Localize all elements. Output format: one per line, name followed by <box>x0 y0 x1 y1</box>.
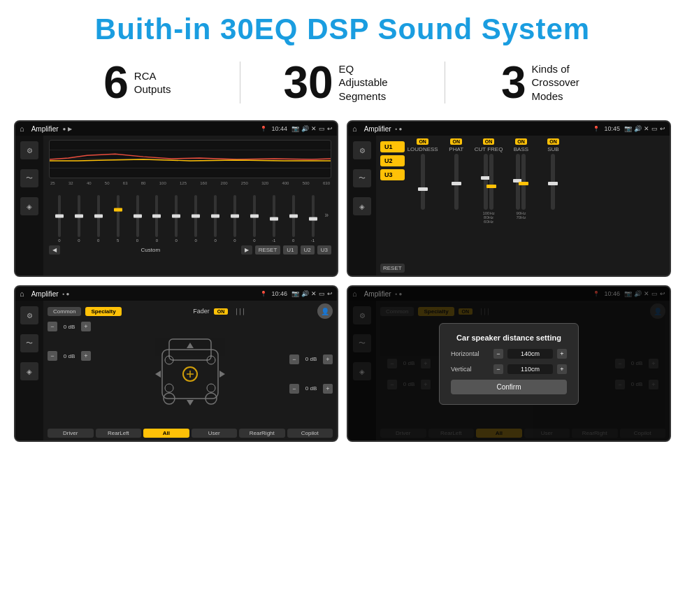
dialog-horizontal-plus[interactable]: + <box>557 349 567 359</box>
dsp-pin-icon: 📍 <box>593 126 600 132</box>
eq-u1-btn[interactable]: U1 <box>283 245 297 255</box>
cutfreq-slider-f[interactable] <box>484 154 488 210</box>
db4-plus-btn[interactable]: + <box>323 384 333 394</box>
fader-copilot-btn[interactable]: Copilot <box>287 429 333 438</box>
fader-tab-specialty[interactable]: Specialty <box>85 307 121 316</box>
fader-user-btn[interactable]: User <box>192 429 238 438</box>
fader-sidebar: ⚙ 〜 ◈ <box>15 301 43 440</box>
eq-sidebar-btn-1[interactable]: ⚙ <box>20 141 38 159</box>
dsp-preset-u1[interactable]: U1 <box>380 141 405 152</box>
phat-slider[interactable] <box>454 154 459 210</box>
cutfreq-label: CUT FREQ <box>475 146 503 152</box>
dsp-preset-u3[interactable]: U3 <box>380 169 405 180</box>
home-icon[interactable]: ⌂ <box>20 124 24 133</box>
phat-on-badge[interactable]: ON <box>450 138 462 145</box>
loudness-slider[interactable] <box>421 154 425 210</box>
eq-slider-4: 5 <box>109 195 127 243</box>
fader-bottom-controls: Driver RearLeft All User RearRight Copil… <box>48 429 333 438</box>
dsp-screen: ⌂ Amplifier ▪ ● 📍 10:45 📷🔊✕▭↩ ⚙ 〜 ◈ U1 U… <box>347 120 671 277</box>
dsp-sidebar: ⚙ 〜 ◈ <box>348 136 376 275</box>
dialog-horizontal-label: Horizontal <box>451 350 489 357</box>
dialog-horizontal-minus[interactable]: − <box>493 349 503 359</box>
fader-all-btn[interactable]: All <box>143 429 189 438</box>
db3-plus-btn[interactable]: + <box>323 354 333 364</box>
stat-crossover-number: 3 <box>501 60 526 105</box>
dialog-confirm-button[interactable]: Confirm <box>451 380 567 394</box>
eq-sidebar-btn-2[interactable]: 〜 <box>20 169 38 187</box>
svg-point-10 <box>207 384 215 392</box>
cutfreq-slider-g[interactable] <box>489 154 493 210</box>
dialog-vertical-value: 110cm <box>507 364 553 374</box>
db3-value: 0 dB <box>301 356 321 362</box>
bass-on-badge[interactable]: ON <box>515 138 527 145</box>
fader-pin-icon: 📍 <box>260 291 267 297</box>
eq-play-btn[interactable]: ▶ <box>241 245 252 255</box>
eq-slider-1: 0 <box>50 195 68 243</box>
fader-driver-btn[interactable]: Driver <box>48 429 94 438</box>
stat-eq-label: EQ AdjustableSegments <box>339 62 402 103</box>
fader-sidebar-btn-3[interactable]: ◈ <box>20 362 38 380</box>
dsp-main-area: U1 U2 U3 RESET ON LOUDNESS <box>376 136 670 275</box>
fader-right-db-controls: − 0 dB + − 0 dB + <box>289 322 333 426</box>
stats-row: 6 RCAOutputs 30 EQ AdjustableSegments 3 … <box>0 53 685 116</box>
sub-on-badge[interactable]: ON <box>547 138 559 145</box>
eq-u3-btn[interactable]: U3 <box>317 245 331 255</box>
fader-home-icon[interactable]: ⌂ <box>20 289 24 298</box>
stat-eq-number: 30 <box>283 60 333 105</box>
fader-sidebar-btn-2[interactable]: 〜 <box>20 334 38 352</box>
fader-on-toggle[interactable]: ON <box>214 308 229 315</box>
loudness-on-badge[interactable]: ON <box>417 138 428 145</box>
dialog-vertical-plus[interactable]: + <box>557 364 567 374</box>
loudness-label: LOUDNESS <box>408 146 438 152</box>
fader-top-controls: Common Specialty Fader ON │││ 👤 <box>48 303 333 319</box>
eq-status-bar: ⌂ Amplifier ● ▶ 📍 10:44 📷🔊✕▭↩ <box>15 122 337 136</box>
eq-u2-btn[interactable]: U2 <box>301 245 315 255</box>
eq-slider-3: 0 <box>89 195 108 243</box>
eq-reset-btn[interactable]: RESET <box>255 245 281 255</box>
db4-minus-btn[interactable]: − <box>289 384 299 394</box>
eq-expand-icon[interactable]: » <box>323 211 330 219</box>
dsp-preset-u2[interactable]: U2 <box>380 155 405 166</box>
fader-content: ⚙ 〜 ◈ Common Specialty Fader ON │││ 👤 − <box>15 301 337 440</box>
db1-value: 0 dB <box>59 324 79 330</box>
eq-mode-label: Custom <box>63 247 238 253</box>
dsp-presets: U1 U2 U3 RESET <box>380 138 405 273</box>
stat-crossover-label: Kinds ofCrossover Modes <box>531 62 594 103</box>
eq-sidebar: ⚙ 〜 ◈ <box>15 136 43 275</box>
db-control-1: − 0 dB + <box>48 322 91 331</box>
dsp-sidebar-btn-3[interactable]: ◈ <box>353 197 371 215</box>
dsp-home-icon[interactable]: ⌂ <box>352 124 357 133</box>
dsp-status-bar: ⌂ Amplifier ▪ ● 📍 10:45 📷🔊✕▭↩ <box>348 122 670 136</box>
fader-sidebar-btn-1[interactable]: ⚙ <box>20 306 38 324</box>
dsp-sidebar-btn-2[interactable]: 〜 <box>353 169 371 187</box>
dialog-screen: ⌂ Amplifier ▪ ● 📍 10:46 📷🔊✕▭↩ ⚙ 〜 ◈ Comm… <box>347 285 671 442</box>
fader-rearleft-btn[interactable]: RearLeft <box>96 429 142 438</box>
dsp-time: 10:45 <box>604 125 620 132</box>
dsp-ch-phat: ON PHAT <box>442 138 470 273</box>
cutfreq-on-badge[interactable]: ON <box>483 138 495 145</box>
sub-slider[interactable] <box>551 154 555 210</box>
eq-status-icons: 📷🔊✕▭↩ <box>291 125 333 132</box>
dsp-reset-btn[interactable]: RESET <box>380 264 405 273</box>
eq-freq-labels: 2532405063 80100125160200 25032040050063… <box>49 181 331 185</box>
fader-tab-common[interactable]: Common <box>48 307 81 316</box>
db1-plus-btn[interactable]: + <box>81 322 91 331</box>
eq-prev-btn[interactable]: ◀ <box>49 245 60 255</box>
db2-minus-btn[interactable]: − <box>48 351 57 361</box>
dsp-sidebar-btn-1[interactable]: ⚙ <box>353 141 371 159</box>
db3-minus-btn[interactable]: − <box>289 354 299 364</box>
fader-app-name: Amplifier <box>31 290 59 298</box>
stat-rca-number: 6 <box>103 60 129 105</box>
fader-avatar-btn[interactable]: 👤 <box>317 303 333 319</box>
db1-minus-btn[interactable]: − <box>48 322 57 331</box>
db-control-4: − 0 dB + <box>289 384 333 394</box>
db-control-3: − 0 dB + <box>289 354 333 364</box>
db2-plus-btn[interactable]: + <box>81 351 91 361</box>
fader-left-db-controls: − 0 dB + − 0 dB + <box>48 322 91 426</box>
fader-rearright-btn[interactable]: RearRight <box>239 429 285 438</box>
dialog-vertical-minus[interactable]: − <box>493 364 503 374</box>
bass-slider-g[interactable] <box>521 154 526 210</box>
page-title: Buith-in 30EQ DSP Sound System <box>0 0 685 53</box>
eq-slider-14: -1 <box>304 195 322 243</box>
eq-sidebar-btn-3[interactable]: ◈ <box>20 197 38 215</box>
